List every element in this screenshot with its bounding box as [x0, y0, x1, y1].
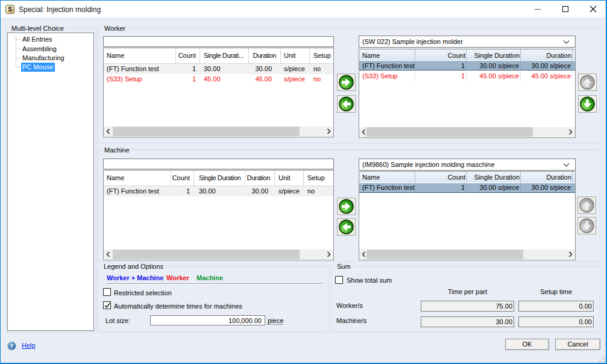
svg-text:?: ?: [10, 342, 14, 350]
